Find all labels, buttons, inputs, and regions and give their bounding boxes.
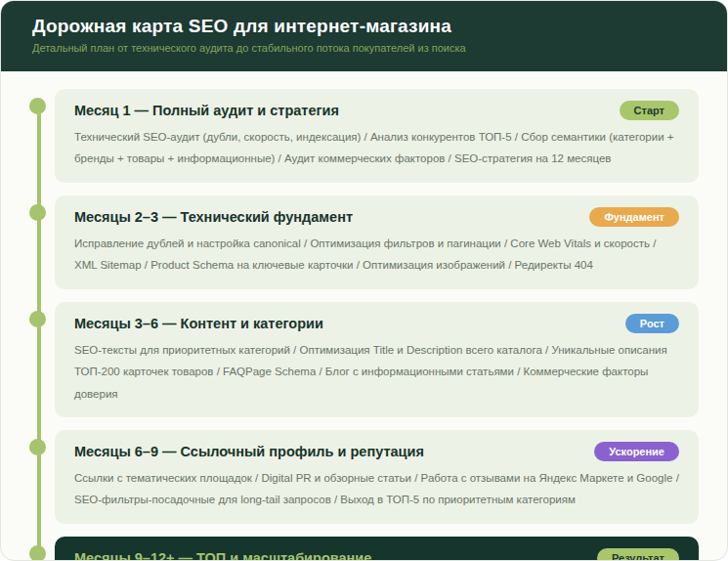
timeline-row: Месяц 1 — Полный аудит и стратегияСтартТ… (24, 89, 699, 183)
roadmap-card: Месяцы 3–6 — Контент и категорииРостSEO-… (55, 302, 699, 417)
card-header: Месяцы 3–6 — Контент и категорииРост (74, 314, 679, 333)
card-header: Месяц 1 — Полный аудит и стратегияСтарт (74, 101, 679, 120)
card-description: SEO-тексты для приоритетных категорий / … (74, 339, 679, 405)
card-header: Месяцы 6–9 — Ссылочный профиль и репутац… (74, 442, 679, 461)
roadmap-timeline: Месяц 1 — Полный аудит и стратегияСтартТ… (1, 71, 727, 561)
timeline-row: Месяцы 6–9 — Ссылочный профиль и репутац… (24, 430, 699, 524)
card-title: Месяцы 2–3 — Технический фундамент (74, 209, 353, 225)
timeline-row: Месяцы 2–3 — Технический фундаментФундам… (24, 195, 699, 289)
card-badge: Результат (597, 548, 679, 561)
timeline-row: Месяцы 9–12+ — ТОП и масштабированиеРезу… (24, 537, 699, 561)
card-description: Исправление дублей и настройка canonical… (74, 233, 679, 277)
roadmap-card: Месяц 1 — Полный аудит и стратегияСтартТ… (55, 89, 699, 183)
timeline-dot (29, 439, 46, 455)
card-badge: Рост (625, 314, 679, 333)
card-badge: Фундамент (589, 207, 679, 227)
roadmap-card: Месяцы 6–9 — Ссылочный профиль и репутац… (55, 430, 699, 524)
card-title: Месяц 1 — Полный аудит и стратегия (74, 103, 339, 118)
card-header: Месяцы 9–12+ — ТОП и масштабированиеРезу… (74, 548, 679, 561)
page-frame: Дорожная карта SEO для интернет-магазина… (0, 0, 728, 561)
card-badge: Старт (620, 101, 679, 120)
roadmap-card: Месяцы 9–12+ — ТОП и масштабированиеРезу… (55, 537, 699, 561)
card-description: Ссылки с тематических площадок / Digital… (74, 467, 679, 511)
card-title: Месяцы 9–12+ — ТОП и масштабирование (74, 550, 371, 561)
page-subtitle: Детальный план от технического аудита до… (32, 42, 696, 54)
timeline-row: Месяцы 3–6 — Контент и категорииРостSEO-… (24, 302, 699, 417)
card-badge: Ускорение (594, 442, 679, 461)
timeline-dot (29, 311, 46, 327)
roadmap-card: Месяцы 2–3 — Технический фундаментФундам… (55, 195, 699, 289)
card-description: Технический SEO-аудит (дубли, скорость, … (74, 126, 679, 170)
card-header: Месяцы 2–3 — Технический фундаментФундам… (74, 207, 679, 227)
card-title: Месяцы 6–9 — Ссылочный профиль и репутац… (74, 444, 424, 459)
card-title: Месяцы 3–6 — Контент и категории (74, 316, 323, 331)
page-header: Дорожная карта SEO для интернет-магазина… (1, 1, 727, 71)
timeline-cards: Месяц 1 — Полный аудит и стратегияСтартТ… (24, 89, 699, 561)
timeline-dot (29, 98, 46, 114)
timeline-dot (29, 204, 46, 221)
page-title: Дорожная карта SEO для интернет-магазина (32, 16, 696, 37)
timeline-dot (29, 545, 46, 561)
